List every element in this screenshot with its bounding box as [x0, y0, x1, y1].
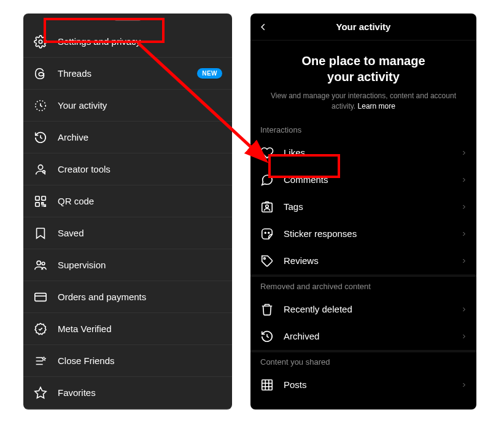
verified-badge-icon	[33, 322, 48, 336]
menu-label: Settings and privacy	[58, 36, 222, 47]
creator-tools-icon	[33, 162, 48, 177]
section-header-removed: Removed and archived content	[250, 274, 476, 296]
grid-icon	[260, 378, 274, 392]
archive-icon	[33, 130, 48, 145]
drag-handle[interactable]	[115, 18, 141, 21]
chevron-right-icon	[461, 202, 467, 212]
activity-item-comments[interactable]: Comments	[250, 166, 476, 193]
activity-label: Archived	[284, 331, 461, 341]
menu-item-saved[interactable]: Saved	[23, 217, 232, 249]
svg-point-17	[268, 232, 269, 233]
activity-item-tags[interactable]: Tags	[250, 193, 476, 220]
section-header-shared: Content you shared	[250, 350, 476, 371]
back-button[interactable]	[259, 20, 268, 34]
hero-subtitle: View and manage your interactions, conte…	[269, 91, 458, 112]
menu-item-your-activity[interactable]: Your activity	[23, 90, 232, 122]
qr-code-icon	[33, 194, 48, 209]
threads-icon	[33, 66, 48, 81]
menu-item-archive[interactable]: Archive	[23, 122, 232, 153]
gear-icon	[33, 34, 48, 49]
svg-rect-5	[42, 196, 45, 200]
activity-item-recently-deleted[interactable]: Recently deleted	[250, 296, 476, 323]
activity-item-archived[interactable]: Archived	[250, 323, 476, 350]
trash-icon	[260, 303, 274, 316]
screen-header: Your activity	[250, 14, 476, 41]
menu-label: Saved	[58, 228, 222, 238]
header-title: Your activity	[336, 21, 391, 32]
menu-item-close-friends[interactable]: Close Friends	[23, 345, 232, 377]
svg-point-15	[266, 204, 269, 208]
menu-item-threads[interactable]: Threads NEW	[23, 58, 232, 90]
chevron-right-icon	[461, 256, 467, 266]
menu-label: QR code	[58, 196, 222, 206]
menu-item-meta-verified[interactable]: Meta Verified	[23, 313, 232, 345]
svg-rect-19	[262, 379, 273, 390]
new-badge: NEW	[197, 68, 222, 79]
activity-item-posts[interactable]: Posts	[250, 371, 476, 398]
hero-title: One place to manage your activity	[269, 53, 458, 85]
activity-label: Recently deleted	[284, 304, 461, 314]
menu-label: Supervision	[58, 260, 222, 270]
svg-point-3	[43, 170, 45, 173]
credit-card-icon	[33, 290, 48, 305]
svg-point-16	[265, 232, 266, 233]
comment-icon	[260, 173, 274, 187]
menu-label: Your activity	[58, 100, 222, 111]
close-friends-icon	[33, 354, 48, 368]
menu-item-creator-tools[interactable]: Creator tools	[23, 153, 232, 185]
menu-label: Archive	[58, 132, 222, 142]
menu-label: Close Friends	[58, 355, 222, 366]
sticker-icon	[260, 227, 274, 241]
activity-label: Sticker responses	[284, 228, 461, 239]
learn-more-link[interactable]: Learn more	[358, 102, 395, 111]
activity-item-likes[interactable]: Likes	[250, 139, 476, 166]
menu-label: Creator tools	[58, 164, 222, 174]
svg-rect-6	[36, 202, 39, 206]
activity-label: Posts	[284, 379, 461, 390]
activity-label: Reviews	[284, 255, 461, 266]
your-activity-screen: Your activity One place to manage your a…	[250, 14, 476, 409]
activity-label: Comments	[284, 174, 461, 185]
svg-point-2	[38, 165, 42, 169]
price-tag-icon	[260, 254, 274, 268]
activity-item-reviews[interactable]: Reviews	[250, 247, 476, 274]
activity-clock-icon	[33, 98, 48, 113]
chevron-right-icon	[461, 305, 467, 314]
chevron-right-icon	[461, 148, 467, 158]
menu-item-settings-privacy[interactable]: Settings and privacy	[23, 26, 232, 58]
svg-point-0	[39, 40, 42, 44]
chevron-right-icon	[461, 175, 467, 185]
svg-point-7	[37, 261, 41, 265]
bookmark-icon	[33, 226, 48, 241]
activity-label: Tags	[284, 201, 461, 212]
heart-icon	[260, 146, 274, 160]
hero-section: One place to manage your activity View a…	[250, 41, 476, 123]
settings-menu-screen: Settings and privacy Threads NEW Your ac…	[23, 14, 232, 409]
activity-label: Likes	[284, 147, 461, 158]
tag-person-icon	[260, 200, 274, 214]
menu-item-qr-code[interactable]: QR code	[23, 185, 232, 217]
svg-rect-4	[36, 196, 39, 200]
section-header-interactions: Interactions	[250, 123, 476, 139]
chevron-right-icon	[461, 229, 467, 239]
svg-point-8	[42, 262, 45, 265]
menu-item-orders-payments[interactable]: Orders and payments	[23, 281, 232, 313]
chevron-right-icon	[461, 380, 467, 390]
star-icon	[33, 386, 48, 400]
supervision-icon	[33, 258, 48, 273]
chevron-right-icon	[461, 332, 467, 341]
svg-rect-9	[35, 293, 46, 301]
svg-point-18	[264, 257, 266, 259]
menu-label: Orders and payments	[58, 292, 222, 302]
archive-history-icon	[260, 330, 274, 343]
menu-item-supervision[interactable]: Supervision	[23, 249, 232, 281]
menu-label: Favorites	[58, 387, 222, 398]
menu-label: Meta Verified	[58, 324, 222, 334]
menu-item-favorites[interactable]: Favorites	[23, 377, 232, 409]
activity-item-sticker-responses[interactable]: Sticker responses	[250, 220, 476, 247]
menu-label: Threads	[58, 68, 197, 79]
